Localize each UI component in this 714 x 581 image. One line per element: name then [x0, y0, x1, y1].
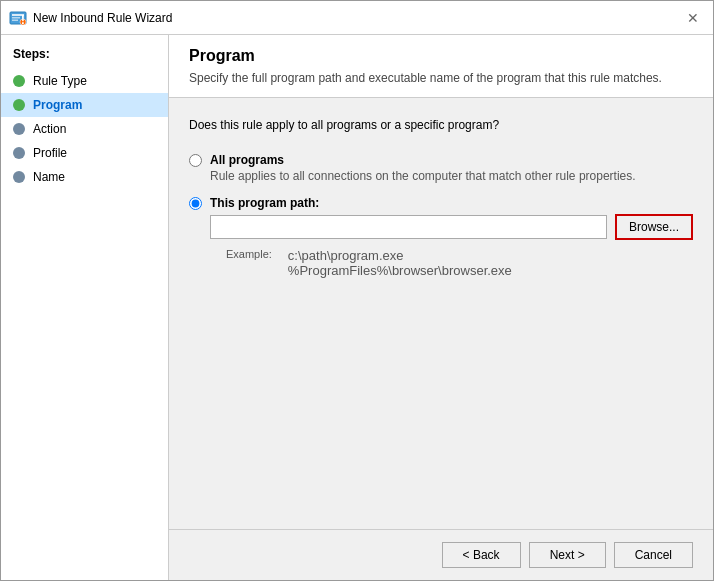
example-row: Example: c:\path\program.exe %ProgramFil… — [226, 248, 693, 278]
next-button[interactable]: Next > — [529, 542, 606, 568]
all-programs-content: All programs Rule applies to all connect… — [210, 152, 693, 183]
back-button[interactable]: < Back — [442, 542, 521, 568]
step-dot-rule-type — [13, 75, 25, 87]
panel-footer: < Back Next > Cancel — [169, 529, 713, 580]
titlebar-title: New Inbound Rule Wizard — [33, 11, 681, 25]
sidebar-item-action[interactable]: Action — [1, 117, 168, 141]
example-line1: c:\path\program.exe — [288, 248, 512, 263]
step-label-profile: Profile — [33, 146, 67, 160]
step-dot-program — [13, 99, 25, 111]
panel-header: Program Specify the full program path an… — [169, 35, 713, 98]
all-programs-option[interactable]: All programs Rule applies to all connect… — [189, 152, 693, 183]
step-dot-action — [13, 123, 25, 135]
step-label-rule-type: Rule Type — [33, 74, 87, 88]
step-label-action: Action — [33, 122, 66, 136]
all-programs-desc: Rule applies to all connections on the c… — [210, 169, 693, 183]
program-path-section: Browse... Example: c:\path\program.exe %… — [210, 214, 693, 278]
all-programs-label[interactable]: All programs — [210, 153, 284, 167]
step-label-program: Program — [33, 98, 82, 112]
content-area: Steps: Rule Type Program Action Profile … — [1, 35, 713, 580]
program-path-row: Browse... — [210, 214, 693, 240]
panel-title: Program — [189, 47, 693, 65]
step-dot-profile — [13, 147, 25, 159]
example-label: Example: — [226, 248, 272, 278]
radio-group: All programs Rule applies to all connect… — [189, 152, 693, 278]
sidebar-item-profile[interactable]: Profile — [1, 141, 168, 165]
cancel-button[interactable]: Cancel — [614, 542, 693, 568]
main-panel: Program Specify the full program path an… — [169, 35, 713, 580]
panel-body: Does this rule apply to all programs or … — [169, 98, 713, 529]
sidebar-item-rule-type[interactable]: Rule Type — [1, 69, 168, 93]
titlebar: ! New Inbound Rule Wizard ✕ — [1, 1, 713, 35]
example-line2: %ProgramFiles%\browser\browser.exe — [288, 263, 512, 278]
this-program-option[interactable]: This program path: Browse... Example: c: — [189, 195, 693, 278]
browse-button[interactable]: Browse... — [615, 214, 693, 240]
titlebar-icon: ! — [9, 9, 27, 27]
svg-text:!: ! — [21, 12, 25, 27]
sidebar-item-name[interactable]: Name — [1, 165, 168, 189]
this-program-radio[interactable] — [189, 197, 202, 210]
sidebar-item-program[interactable]: Program — [1, 93, 168, 117]
svg-rect-2 — [12, 17, 20, 19]
steps-label: Steps: — [1, 47, 168, 69]
step-label-name: Name — [33, 170, 65, 184]
wizard-window: ! New Inbound Rule Wizard ✕ Steps: Rule … — [0, 0, 714, 581]
all-programs-radio[interactable] — [189, 154, 202, 167]
sidebar: Steps: Rule Type Program Action Profile … — [1, 35, 169, 580]
panel-subtitle: Specify the full program path and execut… — [189, 71, 693, 85]
close-button[interactable]: ✕ — [681, 6, 705, 30]
this-program-content: This program path: Browse... Example: c: — [210, 195, 693, 278]
svg-rect-3 — [12, 19, 18, 21]
question-text: Does this rule apply to all programs or … — [189, 118, 693, 132]
program-path-input[interactable] — [210, 215, 607, 239]
this-program-label[interactable]: This program path: — [210, 196, 319, 210]
step-dot-name — [13, 171, 25, 183]
example-values: c:\path\program.exe %ProgramFiles%\brows… — [288, 248, 512, 278]
